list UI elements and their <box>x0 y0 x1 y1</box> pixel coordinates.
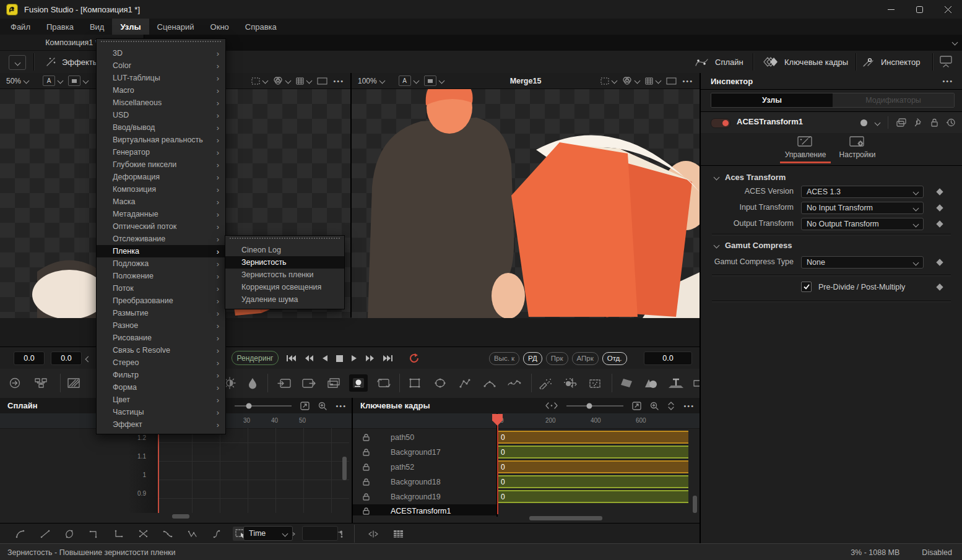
show-hide-ui-button[interactable] <box>938 51 953 73</box>
roi-select[interactable] <box>251 77 267 85</box>
film-submenu-item[interactable]: Зернистость <box>225 256 344 269</box>
nodes-menu-item[interactable]: Macro › <box>97 84 225 97</box>
keyframe-track-row[interactable]: 0 <box>498 445 688 460</box>
node-color-chevron-icon[interactable] <box>875 119 881 126</box>
zoom-icon[interactable] <box>318 402 327 410</box>
maximize-button[interactable] <box>905 0 934 19</box>
keyframe-track-row[interactable]: 0 <box>498 430 688 445</box>
nodes-menu-item[interactable]: Композиция › <box>97 183 225 196</box>
tab-settings[interactable]: Настройки <box>832 136 883 163</box>
grid-select[interactable] <box>645 77 661 85</box>
color-controls-select[interactable] <box>622 77 639 85</box>
keyframe-diamond-icon[interactable] <box>936 220 943 227</box>
menubar-item[interactable]: Сценарий <box>149 19 202 35</box>
ease-icon[interactable] <box>12 527 28 541</box>
scale-slider[interactable] <box>235 403 292 409</box>
nodes-menu-item[interactable]: Форма › <box>97 381 225 394</box>
versions-icon[interactable] <box>947 118 956 127</box>
right-viewport-canvas[interactable] <box>352 89 700 318</box>
fit-icon[interactable] <box>300 402 310 410</box>
keyframe-track-row[interactable] <box>498 504 688 515</box>
section-gamut-compress[interactable]: Gamut Compress <box>701 239 962 251</box>
lock-icon[interactable] <box>363 507 370 515</box>
effects-button[interactable]: Эффекты <box>38 51 105 73</box>
menubar-item[interactable]: Узлы <box>112 19 149 35</box>
film-submenu-item[interactable]: Удаление шума <box>225 293 344 306</box>
lock-icon[interactable] <box>930 118 938 127</box>
particle-emitter-icon[interactable] <box>536 374 555 392</box>
background-icon[interactable] <box>64 374 83 392</box>
fit-range-icon[interactable] <box>545 402 558 409</box>
menu-tearoff-handle[interactable] <box>101 41 221 45</box>
time-mode-select[interactable]: Time <box>243 526 293 541</box>
inspector-options-button[interactable]: ••• <box>942 77 953 85</box>
nodes-menu-item[interactable]: Генератор › <box>97 146 225 158</box>
nodes-menu-item[interactable]: Эффект › <box>97 418 225 431</box>
menu-tearoff-handle[interactable] <box>230 238 340 242</box>
color-droplet-icon[interactable] <box>243 374 262 392</box>
keyframe-diamond-icon[interactable] <box>936 283 943 290</box>
inspector-panel-button[interactable]: Инспектор <box>862 51 920 73</box>
lock-icon[interactable] <box>363 493 370 501</box>
nodes-menu-item[interactable]: 3D › <box>97 47 225 59</box>
minimize-button[interactable] <box>877 0 905 19</box>
menubar-item[interactable]: Файл <box>2 19 38 35</box>
keyframe-track-row[interactable]: 0 <box>498 489 688 504</box>
nodes-menu-item[interactable]: Положение › <box>97 270 225 282</box>
keyframe-layer-row[interactable]: ACESTransform1 <box>353 504 496 515</box>
nodes-menu-item[interactable]: Miscellaneous › <box>97 97 225 109</box>
spreadsheet-icon[interactable] <box>390 527 406 541</box>
lock-icon[interactable] <box>363 434 370 441</box>
parameter-dropdown[interactable]: No Input Transform <box>801 202 924 214</box>
grid-select[interactable] <box>296 77 311 85</box>
tab-nodes[interactable]: Узлы <box>711 93 833 107</box>
nodes-menu-item[interactable]: Ввод/вывод › <box>97 121 225 134</box>
nodes-menu-item[interactable]: Цвет › <box>97 394 225 406</box>
nodes-menu-item[interactable]: Поток › <box>97 282 225 295</box>
tab-modifiers[interactable]: Модификаторы <box>833 93 954 107</box>
linear-icon[interactable] <box>37 527 53 541</box>
polygon-mask-icon[interactable] <box>456 374 474 392</box>
spline-playhead[interactable] <box>158 428 159 513</box>
keyframes-vscrollbar[interactable] <box>693 496 697 513</box>
copy-settings-icon[interactable] <box>896 118 906 127</box>
loader-icon[interactable] <box>275 374 293 392</box>
invert-icon[interactable] <box>135 527 151 541</box>
tab-controls[interactable]: Управление <box>780 136 831 163</box>
menubar-item[interactable]: Вид <box>82 19 113 35</box>
merge-layers-icon[interactable] <box>324 374 343 392</box>
nodes-menu-item[interactable]: Размытие › <box>97 307 225 319</box>
macro-icon[interactable] <box>32 374 50 392</box>
scale-slider[interactable] <box>566 403 623 409</box>
tab-list-chevron-icon[interactable] <box>952 40 958 46</box>
keyframes-options-button[interactable]: ••• <box>683 402 695 410</box>
rectangle-mask-icon[interactable] <box>405 374 424 392</box>
viewport-options-button[interactable]: ••• <box>682 77 693 85</box>
lock-icon[interactable] <box>363 449 370 456</box>
keyframe-track-bar[interactable]: 0 <box>498 460 688 473</box>
keyframe-time-stretch-icon[interactable] <box>365 527 381 541</box>
fast-forward-button[interactable] <box>365 355 375 362</box>
nodes-menu-item[interactable]: Рисование › <box>97 332 225 344</box>
transform-icon[interactable] <box>375 374 393 392</box>
shape-3d-icon[interactable] <box>642 374 661 392</box>
text-3d-icon[interactable] <box>667 374 685 392</box>
quality-button[interactable]: АПрк <box>572 352 599 365</box>
menubar-item[interactable]: Окно <box>202 19 237 35</box>
parameter-dropdown[interactable]: ACES 1.3 <box>801 186 924 198</box>
nodes-menu-item[interactable]: Глубокие пиксели › <box>97 158 225 171</box>
nodes-menu-item[interactable]: Стерео › <box>97 356 225 369</box>
spline-panel-button[interactable]: Сплайн <box>695 51 743 73</box>
node-enable-toggle[interactable] <box>711 118 730 128</box>
frame-button[interactable] <box>317 77 327 85</box>
parameter-dropdown[interactable]: None <box>801 256 924 269</box>
s-curve-icon[interactable] <box>209 527 225 541</box>
keyframe-diamond-icon[interactable] <box>936 259 943 265</box>
keyframe-track-row[interactable]: 0 <box>498 475 688 489</box>
nodes-menu-item[interactable]: Подложка › <box>97 257 225 270</box>
close-button[interactable] <box>934 0 962 19</box>
shake-icon[interactable] <box>184 527 201 541</box>
nodes-menu-item[interactable]: Маска › <box>97 196 225 208</box>
stop-button[interactable] <box>336 355 343 362</box>
keyframe-layer-row[interactable]: Background17 <box>353 445 496 460</box>
